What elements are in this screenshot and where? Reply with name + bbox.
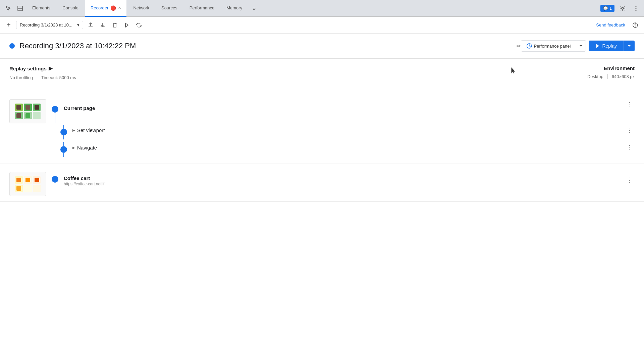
delete-recording-button[interactable] [110,20,119,30]
chat-icon: 💬 [603,6,608,11]
settings-gear-button[interactable] [617,3,628,14]
coffee-cart-dot [52,176,58,183]
recording-status-dot [9,43,15,49]
tab-performance[interactable]: Performance [184,0,220,17]
set-viewport-more-button[interactable]: ⋮ [624,125,635,135]
coffee-cart-content: Coffee cart https://coffee-cart.netlif..… [64,169,624,186]
current-page-row: Current page ⋮ [0,99,644,123]
recording-title: Recording 3/1/2023 at 10:42:22 PM [19,42,513,50]
svg-point-5 [636,10,637,11]
send-feedback-button[interactable]: Send feedback [593,21,628,29]
coffee-cart-subtitle: https://coffee-cart.netlif... [64,182,624,186]
performance-panel-group: Performance panel [521,40,586,52]
tab-elements[interactable]: Elements [27,0,56,17]
tab-close-recorder[interactable]: ✕ [118,6,121,10]
svg-rect-0 [18,6,22,11]
tab-bar-left: Elements Console Recorder 🔴 ✕ Network So… [3,0,600,17]
tab-bar: Elements Console Recorder 🔴 ✕ Network So… [0,0,644,17]
settings-separator [37,75,37,80]
timeline-line [55,113,55,123]
step-group-coffee-cart: Coffee cart https://coffee-cart.netlif..… [0,164,644,202]
dock-icon[interactable] [15,3,25,14]
svg-point-2 [622,7,624,9]
tab-console[interactable]: Console [57,0,84,17]
download-recording-button[interactable] [98,20,107,30]
tab-recorder[interactable]: Recorder 🔴 ✕ [85,0,126,17]
set-viewport-title[interactable]: ▶ Set viewport [72,127,624,133]
replay-button[interactable]: Replay [589,41,624,51]
coffee-cart-timeline [52,169,58,183]
substeps-container: ▶ Set viewport ⋮ [60,123,644,158]
set-viewport-chevron: ▶ [72,128,75,132]
svg-point-3 [636,6,637,7]
current-page-title: Current page [64,105,624,111]
navigate-content: ▶ Navigate [72,142,624,157]
throttling-value: No throttling [9,75,33,80]
replay-button-group: Replay [589,41,635,51]
navigate-title[interactable]: ▶ Navigate [72,145,624,150]
set-viewport-dot [60,129,67,135]
main-content: Recording 3/1/2023 at 10:42:22 PM ✏ Perf… [0,34,644,362]
navigate-row: ▶ Navigate ⋮ [60,141,644,158]
more-tabs-button[interactable]: » [249,3,260,14]
recording-selector[interactable]: Recording 3/1/2023 at 10... ▾ [16,21,83,29]
environment-details: Desktop 640×608 px [587,74,635,79]
step-group-current-page: Current page ⋮ [0,94,644,164]
settings-left: Replay settings ▶ No throttling Timeout:… [9,65,587,80]
svg-marker-10 [596,44,599,48]
replay-settings-section: Replay settings ▶ No throttling Timeout:… [0,59,644,87]
env-separator [607,74,608,79]
tab-memory[interactable]: Memory [221,0,248,17]
current-page-dot [52,106,58,113]
timeline-col [52,99,58,123]
recording-header: Recording 3/1/2023 at 10:42:22 PM ✏ Perf… [0,34,644,59]
performance-panel-dropdown[interactable] [576,41,586,51]
settings-right: Environment Desktop 640×608 px [587,65,635,79]
environment-label: Environment [604,65,635,71]
current-page-content: Current page [64,99,624,123]
chat-badge[interactable]: 💬 1 [600,5,614,12]
tab-sources[interactable]: Sources [156,0,183,17]
svg-marker-6 [125,23,128,27]
settings-details: No throttling Timeout: 5000 ms [9,75,587,80]
replay-label: Replay [602,43,617,49]
replay-settings-title[interactable]: Replay settings ▶ [9,65,587,71]
upload-recording-button[interactable] [86,20,95,30]
set-viewport-content: ▶ Set viewport [72,125,624,139]
set-viewport-row: ▶ Set viewport ⋮ [60,123,644,141]
header-actions: Performance panel Replay [521,40,635,52]
navigate-dot [60,146,67,153]
tab-network[interactable]: Network [128,0,155,17]
cursor-icon[interactable] [3,3,13,14]
loop-recording-button[interactable] [134,20,144,30]
replay-step-button[interactable] [122,20,131,30]
settings-chevron-icon: ▶ [49,65,53,71]
replay-dropdown-button[interactable] [624,41,635,51]
dropdown-chevron-icon: ▾ [77,22,79,27]
add-recording-button[interactable]: + [4,20,13,30]
performance-panel-button[interactable]: Performance panel [521,41,576,51]
navigate-more-button[interactable]: ⋮ [624,142,635,153]
coffee-cart-row: Coffee cart https://coffee-cart.netlif..… [0,169,644,196]
svg-point-4 [636,8,637,9]
device-value: Desktop [587,74,603,79]
resolution-value: 640×608 px [612,74,635,79]
navigate-chevron: ▶ [72,146,75,149]
steps-section: Current page ⋮ [0,87,644,208]
current-page-screenshot [9,99,46,123]
current-page-more-button[interactable]: ⋮ [624,99,635,110]
recorder-toolbar: + Recording 3/1/2023 at 10... ▾ [0,17,644,34]
edit-title-icon[interactable]: ✏ [517,43,521,49]
timeout-value: Timeout: 5000 ms [41,75,76,80]
more-options-button[interactable] [631,3,641,14]
performance-panel-label: Performance panel [534,44,571,49]
coffee-cart-screenshot [9,172,46,196]
help-button[interactable] [631,20,640,30]
coffee-cart-title: Coffee cart [64,175,624,181]
tab-bar-right: 💬 1 [600,3,641,14]
coffee-cart-more-button[interactable]: ⋮ [624,175,635,185]
